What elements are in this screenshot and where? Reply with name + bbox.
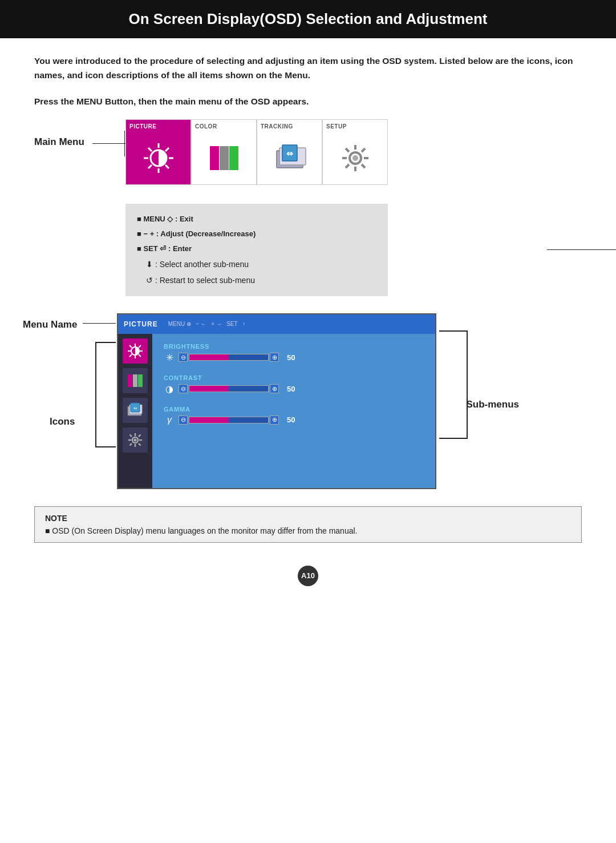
- setup-icon: [338, 140, 373, 176]
- svg-line-48: [130, 434, 132, 437]
- svg-line-34: [129, 354, 132, 357]
- contrast-minus[interactable]: ⊖: [179, 384, 188, 393]
- sidebar-icon-settings: [123, 427, 148, 453]
- tip-select-sub: ⬇ : Select another sub-menu: [137, 256, 376, 272]
- svg-line-33: [139, 345, 141, 348]
- svg-text:⇔: ⇔: [286, 149, 293, 158]
- svg-line-6: [165, 165, 169, 168]
- svg-line-31: [129, 345, 132, 348]
- svg-line-49: [139, 443, 141, 446]
- osd-top-controls: MENU ⊕ − ← + → SET ↑: [168, 321, 245, 327]
- tracking-icon-area: ⇔: [272, 132, 307, 184]
- tracking-icon: ⇔: [272, 140, 307, 176]
- brightness-label: BRIGHTNESS: [164, 343, 424, 350]
- sidebar-brightness-svg: [127, 342, 144, 360]
- osd-menu-name: PICTURE: [124, 320, 158, 328]
- note-box: NOTE ■ OSD (On Screen Display) menu lang…: [34, 506, 582, 543]
- osd-top-bar: PICTURE MENU ⊕ − ← + → SET ↑: [118, 314, 435, 334]
- button-tips-box: ■ MENU ◇ : Exit ■ − + : Adjust (Decrease…: [125, 204, 388, 296]
- sidebar-icon-brightness: [123, 338, 148, 364]
- contrast-slider: ⊖ ⊕: [179, 384, 279, 393]
- osd-main-content: BRIGHTNESS ✳ ⊖ ⊕ 50: [152, 334, 435, 488]
- submenus-bracket: [439, 330, 468, 439]
- osd-section: Menu Name Icons Sub-menus PICTURE MENU ⊕…: [117, 313, 436, 489]
- intro-paragraph: You were introduced to the procedure of …: [34, 54, 582, 83]
- svg-rect-11: [229, 146, 238, 170]
- main-menu-connector-v: [124, 131, 125, 156]
- brightness-value: 50: [287, 353, 295, 362]
- menu-icons-row: PICTURE: [125, 119, 582, 185]
- submenu-brightness: BRIGHTNESS ✳ ⊖ ⊕ 50: [164, 343, 424, 363]
- svg-line-50: [139, 434, 141, 437]
- icons-bracket: [95, 342, 116, 447]
- svg-rect-9: [210, 146, 219, 170]
- gamma-label: GAMMA: [164, 406, 424, 413]
- icons-label: Icons: [50, 416, 75, 427]
- gamma-slider: ⊖ ⊕: [179, 416, 279, 425]
- submenu-gamma: GAMMA γ ⊖ ⊕ 50: [164, 406, 424, 425]
- contrast-bar: [189, 385, 269, 392]
- svg-text:⇔: ⇔: [133, 406, 137, 411]
- osd-sidebar: ⇔: [118, 334, 152, 488]
- tip-menu-exit: ■ MENU ◇ : Exit: [137, 212, 376, 227]
- contrast-fill: [189, 386, 229, 392]
- gamma-icon: γ: [164, 415, 175, 425]
- sidebar-icon-tracking: ⇔: [123, 398, 148, 423]
- gamma-minus[interactable]: ⊖: [179, 416, 188, 425]
- svg-line-24: [362, 148, 365, 152]
- note-text: ■ OSD (On Screen Display) menu languages…: [45, 526, 571, 535]
- note-title: NOTE: [45, 514, 571, 523]
- svg-line-23: [362, 164, 365, 168]
- osd-body: ⇔: [118, 334, 435, 488]
- svg-line-7: [165, 148, 169, 151]
- svg-line-8: [148, 165, 152, 168]
- menu-tab-color-label: COLOR: [192, 123, 217, 130]
- menu-tab-picture[interactable]: PICTURE: [125, 119, 191, 185]
- color-icon-area: [206, 132, 242, 184]
- button-tip-connector: Button Tip: [547, 244, 616, 256]
- picture-icon-area: [141, 132, 176, 184]
- menu-name-label: Menu Name: [23, 319, 77, 330]
- svg-point-43: [134, 438, 137, 441]
- button-tip-line: [547, 249, 616, 250]
- page-header: On Screen Display(OSD) Selection and Adj…: [0, 0, 616, 38]
- brightness-minus[interactable]: ⊖: [179, 353, 188, 362]
- submenu-contrast: CONTRAST ◑ ⊖ ⊕ 50: [164, 374, 424, 394]
- tip-restart-sub: ↺ : Restart to select sub-menu: [137, 272, 376, 288]
- tip-adjust: ■ − + : Adjust (Decrease/Increase): [137, 227, 376, 241]
- svg-line-5: [148, 148, 152, 151]
- sidebar-color-svg: [127, 372, 144, 389]
- color-icon: [206, 140, 242, 176]
- gamma-bar: [189, 417, 269, 423]
- svg-rect-10: [220, 146, 229, 170]
- svg-line-25: [346, 164, 349, 168]
- svg-line-32: [139, 354, 141, 357]
- svg-rect-35: [128, 374, 132, 387]
- contrast-label: CONTRAST: [164, 374, 424, 381]
- brightness-plus[interactable]: ⊕: [270, 353, 279, 362]
- menu-tab-tracking[interactable]: TRACKING ⇔: [257, 119, 322, 185]
- menu-tab-color[interactable]: COLOR: [191, 119, 257, 185]
- sidebar-settings-svg: [127, 431, 144, 449]
- gamma-plus[interactable]: ⊕: [270, 416, 279, 425]
- press-menu-text: Press the MENU Button, then the main men…: [34, 96, 582, 107]
- menu-tab-picture-label: PICTURE: [126, 123, 156, 130]
- svg-line-22: [346, 148, 349, 152]
- menu-tab-setup-label: SETUP: [323, 123, 347, 130]
- contrast-row: ◑ ⊖ ⊕ 50: [164, 384, 424, 394]
- gamma-fill: [189, 417, 229, 423]
- svg-line-51: [130, 443, 132, 446]
- osd-screen: PICTURE MENU ⊕ − ← + → SET ↑: [117, 313, 436, 489]
- contrast-plus[interactable]: ⊕: [270, 384, 279, 393]
- page-number-circle: A10: [298, 566, 318, 586]
- brightness-slider: ⊖ ⊕: [179, 353, 279, 362]
- contrast-icon: ◑: [164, 384, 175, 394]
- tip-set-enter: ■ SET ⏎ : Enter: [137, 241, 376, 256]
- menu-tab-setup[interactable]: SETUP: [322, 119, 388, 185]
- brightness-bar: [189, 354, 269, 361]
- sidebar-tracking-svg: ⇔: [127, 402, 144, 419]
- main-menu-connector: [92, 143, 125, 144]
- gamma-value: 50: [287, 416, 295, 424]
- main-menu-label: Main Menu: [34, 136, 84, 148]
- svg-point-17: [352, 155, 358, 161]
